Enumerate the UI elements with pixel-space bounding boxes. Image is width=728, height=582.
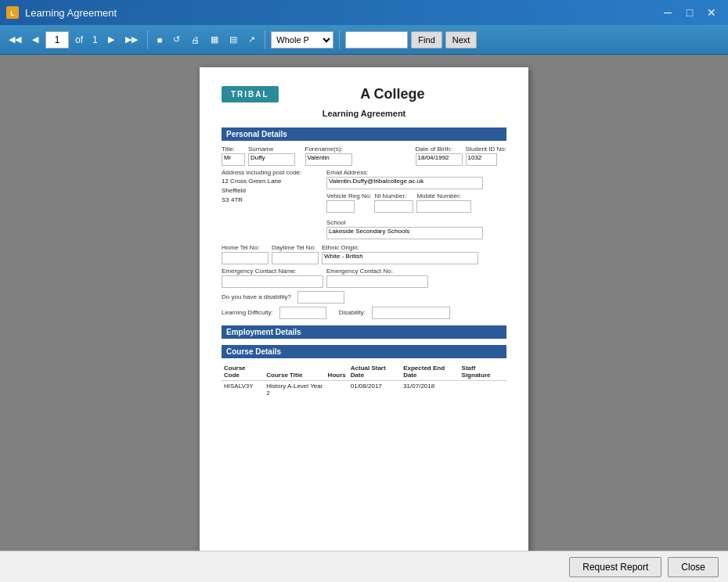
nav-first-button[interactable]: ◀◀ bbox=[5, 31, 25, 49]
title-label: Title: bbox=[222, 146, 245, 153]
day-tel-value bbox=[272, 252, 319, 264]
employment-details-header: Employment Details bbox=[222, 325, 506, 339]
view-btn-2[interactable]: ▤ bbox=[225, 31, 241, 49]
tel-row: Home Tel No: Daytime Tel No: Ethnic Orig… bbox=[222, 244, 506, 264]
nav-prev-button[interactable]: ◀ bbox=[28, 31, 42, 49]
separator-1 bbox=[147, 31, 148, 49]
email-value: Valentin.Duffy@tribalcollege.ac.uk bbox=[326, 177, 483, 189]
course-row-0: HISALV3Y History A-Level Year 2 01/08/20… bbox=[222, 381, 506, 399]
ni-value bbox=[374, 200, 413, 213]
course-table-header-row: Course Code Course Title Hours Actual St… bbox=[222, 363, 506, 381]
course-hours-0 bbox=[326, 381, 348, 399]
mobile-col: Mobile Number: bbox=[416, 192, 471, 213]
ethnic-col: Ethnic Origin: White - British bbox=[322, 244, 506, 264]
address-col: Address including post code: 12 Cross Gr… bbox=[222, 169, 323, 205]
learning-diff-value bbox=[279, 307, 326, 319]
home-tel-label: Home Tel No: bbox=[222, 244, 268, 251]
svg-text:L: L bbox=[10, 9, 15, 17]
home-tel-value bbox=[222, 252, 268, 264]
bottom-bar: Request Report Close bbox=[0, 551, 728, 582]
main-content: TRIBAL A College Learning Agreement Pers… bbox=[0, 55, 728, 551]
nav-next-button[interactable]: ▶ bbox=[104, 31, 118, 49]
learning-diff-row: Learning Difficulty: Disability: bbox=[222, 307, 506, 319]
vehicle-col: Vehicle Reg No: bbox=[326, 192, 371, 213]
app-icon: L bbox=[6, 6, 19, 19]
maximize-button[interactable]: □ bbox=[679, 4, 700, 21]
day-tel-label: Daytime Tel No: bbox=[272, 244, 319, 251]
mobile-label: Mobile Number: bbox=[416, 192, 471, 199]
disability2-label: Disability: bbox=[339, 309, 366, 316]
email-label: Email Address: bbox=[326, 169, 506, 176]
title-bar: L Learning Agreement ─ □ ✕ bbox=[0, 0, 728, 25]
title-col: Title: Mr bbox=[222, 146, 245, 166]
emergency-row: Emergency Contact Name: Emergency Contac… bbox=[222, 268, 506, 288]
page-number-input[interactable] bbox=[45, 31, 69, 48]
close-button[interactable]: Close bbox=[668, 557, 719, 577]
vehicle-value bbox=[326, 200, 355, 213]
view-btn-1[interactable]: ▦ bbox=[207, 31, 222, 49]
print-button[interactable]: 🖨 bbox=[187, 31, 204, 49]
disability2-value bbox=[372, 307, 450, 319]
course-signature-0 bbox=[460, 381, 506, 399]
find-button[interactable]: Find bbox=[411, 31, 441, 48]
vehicle-row: Vehicle Reg No: NI Number: Mobile Number… bbox=[326, 192, 506, 213]
student-id-value: 1032 bbox=[466, 153, 497, 166]
school-value: Lakeside Secondary Schools bbox=[326, 227, 483, 239]
stop-button[interactable]: ■ bbox=[153, 31, 167, 49]
disability-label: Do you have a disability? bbox=[222, 293, 291, 300]
emergency-name-label: Emergency Contact Name: bbox=[222, 268, 323, 275]
student-id-label: Student ID No: bbox=[466, 146, 506, 153]
personal-row-1: Title: Mr Surname Duffy Forename(s): Val… bbox=[222, 146, 506, 166]
emergency-name-value bbox=[222, 275, 323, 288]
disability-row: Do you have a disability? bbox=[222, 291, 506, 304]
emergency-name-col: Emergency Contact Name: bbox=[222, 268, 323, 288]
request-report-button[interactable]: Request Report bbox=[569, 557, 661, 577]
emergency-no-value bbox=[326, 275, 428, 288]
school-col: School Lakeside Secondary Schools bbox=[326, 219, 506, 239]
address-line3: S3 4TR bbox=[222, 196, 323, 205]
student-id-col: Student ID No: 1032 bbox=[466, 146, 506, 166]
col-expected-end: Expected End Date bbox=[401, 363, 459, 381]
course-table: Course Code Course Title Hours Actual St… bbox=[222, 363, 506, 398]
surname-col: Surname Duffy bbox=[248, 146, 302, 166]
surname-label: Surname bbox=[248, 146, 302, 153]
college-name: A College bbox=[279, 86, 506, 102]
course-expected-end-0: 31/07/2018 bbox=[401, 381, 459, 399]
forename-label: Forename(s): bbox=[305, 146, 413, 153]
refresh-button[interactable]: ↺ bbox=[169, 31, 184, 49]
col-actual-start: Actual Start Date bbox=[348, 363, 401, 381]
dob-col: Date of Birth: 18/04/1992 bbox=[416, 146, 463, 166]
separator-2 bbox=[265, 31, 265, 49]
nav-last-button[interactable]: ▶▶ bbox=[121, 31, 142, 49]
course-title-0: History A-Level Year 2 bbox=[264, 381, 325, 399]
learning-diff-label: Learning Difficulty: bbox=[222, 309, 273, 316]
home-tel-col: Home Tel No: bbox=[222, 244, 268, 264]
email-col: Email Address: Valentin.Duffy@tribalcoll… bbox=[326, 169, 506, 239]
next-button[interactable]: Next bbox=[445, 31, 478, 48]
address-line2: Sheffield bbox=[222, 186, 323, 196]
col-title: Course Title bbox=[264, 363, 325, 381]
page-total-label: 1 bbox=[89, 34, 101, 45]
vehicle-label: Vehicle Reg No: bbox=[326, 192, 371, 199]
forename-value: Valentin bbox=[305, 153, 352, 166]
course-actual-start-0: 01/08/2017 bbox=[348, 381, 401, 399]
dob-label: Date of Birth: bbox=[416, 146, 463, 153]
forename-col: Forename(s): Valentin bbox=[305, 146, 413, 166]
close-window-button[interactable]: ✕ bbox=[701, 4, 722, 21]
window-controls: ─ □ ✕ bbox=[658, 4, 722, 21]
ethnic-value: White - British bbox=[322, 252, 478, 264]
zoom-select[interactable]: Whole P 100% 75% 50% bbox=[271, 31, 333, 48]
find-input[interactable] bbox=[345, 31, 408, 48]
col-signature: Staff Signature bbox=[460, 363, 506, 381]
ni-label: NI Number: bbox=[374, 192, 413, 199]
col-hours: Hours bbox=[326, 363, 348, 381]
tribal-logo: TRIBAL bbox=[222, 86, 279, 102]
school-label: School bbox=[326, 219, 506, 226]
toolbar: ◀◀ ◀ of 1 ▶ ▶▶ ■ ↺ 🖨 ▦ ▤ ↗ Whole P 100% … bbox=[0, 25, 728, 55]
emergency-no-col: Emergency Contact No: bbox=[326, 268, 506, 288]
course-code-0: HISALV3Y bbox=[222, 381, 264, 399]
minimize-button[interactable]: ─ bbox=[658, 4, 678, 21]
address-email-row: Address including post code: 12 Cross Gr… bbox=[222, 169, 506, 239]
export-button[interactable]: ↗ bbox=[244, 31, 259, 49]
mobile-value bbox=[416, 200, 471, 213]
